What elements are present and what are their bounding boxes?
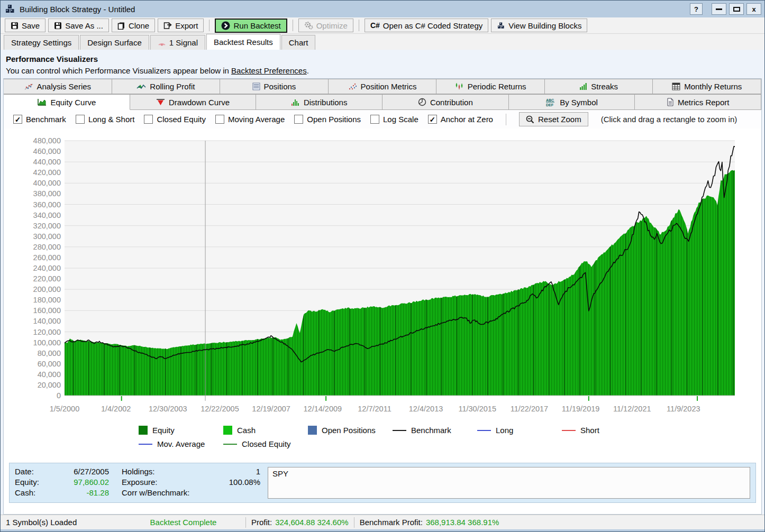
run-backtest-label: Run Backtest [233, 21, 280, 30]
blocks-icon [497, 22, 505, 30]
view-building-blocks-button[interactable]: View Building Blocks [491, 19, 587, 32]
export-button[interactable]: Export [158, 19, 204, 32]
app-window: Building Block Strategy - Untitled ? x S… [0, 0, 765, 532]
cash-label: Cash: [15, 488, 48, 497]
y-axis-label: 20,000 [38, 381, 61, 389]
window-title: Building Block Strategy - Untitled [20, 5, 687, 14]
y-axis-label: 420,000 [33, 168, 61, 177]
checkbox-closed-equity[interactable]: Closed Equity [144, 115, 206, 124]
maximize-button[interactable] [729, 3, 744, 15]
checkbox-label: Long & Short [88, 115, 135, 124]
save-as-button[interactable]: Save As ... [48, 19, 109, 32]
tab-design-surface[interactable]: Design Surface [80, 35, 149, 50]
checkbox-label: Moving Average [228, 115, 285, 124]
reset-zoom-label: Reset Zoom [538, 115, 581, 124]
save-as-icon [54, 22, 62, 30]
exposure-label: Exposure: [122, 478, 205, 487]
maximize-icon [733, 7, 740, 12]
viztab-by-symbol[interactable]: ABCDEF By Symbol [508, 94, 635, 110]
checkbox-benchmark[interactable]: ✓Benchmark [13, 115, 66, 124]
checkbox-label: Open Positions [307, 115, 361, 124]
tab-backtest-results[interactable]: Backtest Results [206, 34, 280, 50]
viztab-periodic-returns[interactable]: Periodic Returns [436, 79, 545, 94]
checkbox-moving-average[interactable]: Moving Average [215, 115, 285, 124]
viztab-rolling-profit[interactable]: Rolling Profit [112, 79, 221, 94]
viztab-monthly-returns[interactable]: Monthly Returns [652, 79, 761, 94]
backtest-preferences-link[interactable]: Backtest Preferences [231, 66, 307, 75]
legend-swatch-benchmark [393, 430, 406, 431]
equity-value: 97,860.02 [50, 478, 109, 487]
export-icon [163, 22, 172, 30]
streaks-icon [579, 82, 587, 90]
viztab-positions[interactable]: Positions [220, 79, 329, 94]
view-building-blocks-label: View Building Blocks [508, 21, 581, 30]
y-axis-label: 460,000 [33, 147, 61, 155]
checkbox-box[interactable] [370, 115, 379, 124]
checkbox-open-positions[interactable]: Open Positions [294, 115, 361, 124]
viztab-label: Monthly Returns [684, 82, 742, 91]
y-axis-label: 120,000 [33, 328, 61, 336]
y-axis-label: 40,000 [38, 370, 61, 379]
signal-icon [158, 39, 166, 46]
viztab-equity-curve[interactable]: Equity Curve [3, 94, 130, 110]
x-axis-label: 11/30/2015 [458, 405, 496, 413]
checkbox-log-scale[interactable]: Log Scale [370, 115, 418, 124]
tab-strategy-settings[interactable]: Strategy Settings [4, 35, 79, 50]
checkbox-anchor-at-zero[interactable]: ✓Anchor at Zero [428, 115, 493, 124]
viztab-label: Positions [264, 82, 296, 91]
equity-curve-chart[interactable]: 480,000460,000440,000420,000400,000380,0… [4, 129, 761, 419]
checkbox-box[interactable] [144, 115, 153, 124]
reset-zoom-button[interactable]: Reset Zoom [519, 112, 588, 126]
main-tab-strip: Strategy Settings Design Surface 1 Signa… [1, 34, 764, 50]
zoom-hint: (Click and drag a rectangle to zoom in) [601, 115, 737, 124]
viztab-streaks[interactable]: Streaks [544, 79, 653, 94]
status-divider [245, 517, 246, 528]
tab-label: Strategy Settings [11, 38, 71, 47]
optimize-gear-icon [304, 21, 313, 30]
open-csharp-button[interactable]: C# Open as C# Coded Strategy [365, 19, 488, 32]
viztab-drawdown-curve[interactable]: Drawdown Curve [130, 94, 257, 110]
help-button[interactable]: ? [690, 3, 703, 15]
checkbox-box[interactable]: ✓ [428, 115, 437, 124]
save-button[interactable]: Save [5, 19, 45, 32]
x-axis-label: 12/14/2009 [304, 405, 342, 413]
y-axis-label: 0 [57, 391, 61, 400]
viztab-analysis-series[interactable]: Analysis Series [3, 79, 112, 94]
visualizer-tabs-row2: Equity Curve Drawdown Curve Distribution… [4, 94, 761, 110]
minimize-button[interactable] [712, 3, 726, 15]
subtitle-period: . [307, 66, 309, 75]
drawdown-curve-icon [156, 98, 165, 106]
symbols-loaded-status: 1 Symbol(s) Loaded [6, 518, 126, 527]
checkbox-label: Anchor at Zero [441, 115, 493, 124]
clone-button[interactable]: Clone [112, 19, 155, 32]
controls-divider [506, 114, 506, 125]
chart-legend: EquityCashOpen PositionsBenchmarkLongSho… [4, 419, 761, 455]
viztab-position-metrics[interactable]: Position Metrics [328, 79, 437, 94]
checkbox-box[interactable]: ✓ [13, 115, 22, 124]
corr-benchmark-value [207, 488, 260, 497]
window-bottom-edge [1, 529, 764, 531]
checkbox-box[interactable] [215, 115, 224, 124]
symbol-list-box[interactable]: SPY [268, 467, 750, 499]
chart-canvas[interactable]: 480,000460,000440,000420,000400,000380,0… [5, 129, 759, 419]
benchmark-profit-label: Benchmark Profit: [360, 518, 423, 527]
periodic-returns-icon [455, 82, 464, 90]
equity-curve-icon [37, 98, 47, 106]
checkbox-box[interactable] [294, 115, 303, 124]
viztab-distributions[interactable]: Distributions [256, 94, 382, 110]
legend-swatch-short [562, 430, 576, 431]
tab-label: Chart [289, 38, 308, 47]
run-backtest-button[interactable]: Run Backtest [215, 19, 287, 33]
tab-chart[interactable]: Chart [281, 35, 316, 50]
checkbox-box[interactable] [76, 115, 85, 124]
optimize-button[interactable]: Optimize [298, 19, 353, 32]
y-axis-label: 220,000 [33, 274, 61, 283]
tab-signal[interactable]: 1 Signal [150, 35, 205, 50]
viztab-label: Rolling Profit [150, 82, 195, 91]
viztab-contribution[interactable]: Contribution [382, 94, 509, 110]
y-axis-label: 60,000 [38, 360, 61, 368]
viztab-metrics-report[interactable]: Metrics Report [634, 94, 761, 110]
close-button[interactable]: x [746, 3, 761, 15]
checkbox-long-short[interactable]: Long & Short [76, 115, 135, 124]
crosshair-info-panel: Date: 6/27/2005 Holdings: 1 Equity: 97,8… [9, 463, 756, 503]
